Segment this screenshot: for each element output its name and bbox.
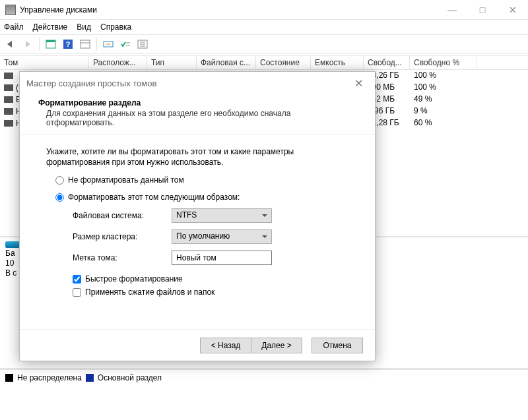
close-button[interactable]: ✕ [498,0,528,20]
col-layout[interactable]: Располож... [89,56,147,69]
col-type[interactable]: Тип [147,56,197,69]
cluster-value: По умолчанию [176,231,230,241]
back-button[interactable]: < Назад [200,338,251,353]
wizard-heading: Форматирование раздела [38,98,356,107]
legend: Не распределена Основной раздел [0,369,528,385]
forward-button[interactable] [20,36,36,52]
menu-action[interactable]: Действие [33,22,68,32]
wizard-prompt: Укажите, хотите ли вы форматировать этот… [46,146,348,167]
cluster-select[interactable]: По умолчанию [172,229,272,244]
col-fs[interactable]: Файловая с... [197,56,256,69]
settings-icon[interactable] [100,36,116,52]
list-icon[interactable] [135,36,150,52]
cell-pct: 60 % [410,117,477,129]
minimize-button[interactable]: — [437,0,467,20]
col-free[interactable]: Свобод... [364,56,410,69]
volume-icon [4,96,13,103]
quick-format-label: Быстрое форматирование [85,274,183,284]
svg-rect-1 [46,40,55,42]
back-button[interactable] [3,36,18,52]
radio-format[interactable] [55,193,64,202]
volume-icon [4,84,13,91]
legend-unallocated: Не распределена [17,373,82,382]
maximize-button[interactable]: □ [467,0,498,20]
cell-pct: 9 % [410,105,477,117]
option-no-format[interactable]: Не форматировать данный том [55,175,348,185]
menu-view[interactable]: Вид [77,22,91,32]
cluster-label: Размер кластера: [73,232,172,241]
volume-icon [4,108,13,115]
quick-format-checkbox[interactable] [73,275,81,284]
col-capacity[interactable]: Емкость [311,56,364,69]
legend-swatch-unallocated [5,374,13,382]
filesystem-value: NTFS [176,210,197,220]
option-format-label: Форматировать этот том следующим образом… [68,193,240,202]
legend-primary: Основной раздел [98,373,162,382]
window-title: Управление дисками [20,5,437,15]
compress-option[interactable]: Применять сжатие файлов и папок [73,287,348,297]
view-icon[interactable] [77,36,93,52]
volume-icon [4,73,13,79]
option-no-format-label: Не форматировать данный том [68,175,184,185]
wizard-subheading: Для сохранения данных на этом разделе ег… [46,109,330,127]
col-free-pct[interactable]: Свободно % [410,56,477,69]
panel-icon[interactable] [43,36,59,52]
cancel-button[interactable]: Отмена [312,338,363,353]
help-icon[interactable]: ? [60,36,76,52]
filesystem-label: Файловая система: [73,211,172,220]
menu-file[interactable]: Файл [4,22,24,32]
quick-format-option[interactable]: Быстрое форматирование [73,274,348,284]
svg-text:?: ? [66,40,71,48]
col-volume[interactable]: Том [0,56,89,69]
col-state[interactable]: Состояние [256,56,311,69]
wizard-title: Мастер создания простых томов [26,78,156,88]
disk-icon [5,241,20,248]
cell-pct: 49 % [410,94,477,105]
legend-swatch-primary [86,374,94,382]
compress-checkbox[interactable] [73,288,81,297]
svg-rect-4 [81,40,90,48]
toolbar: ? [0,34,528,54]
checklist-icon[interactable] [117,36,133,52]
cell-pct: 100 % [410,82,477,94]
app-icon [5,5,16,15]
menu-help[interactable]: Справка [100,22,131,32]
menubar: Файл Действие Вид Справка [0,20,528,34]
cell-pct: 100 % [410,70,477,82]
compress-label: Применять сжатие файлов и папок [85,287,214,297]
volume-label-input[interactable] [172,251,272,265]
wizard-dialog: Мастер создания простых томов ✕ Форматир… [19,71,376,361]
wizard-close-button[interactable]: ✕ [348,77,368,90]
volumes-header: Том Располож... Тип Файловая с... Состоя… [0,55,528,70]
volume-icon [4,120,13,127]
titlebar: Управление дисками — □ ✕ [0,0,528,20]
radio-no-format[interactable] [55,176,64,185]
volume-label-label: Метка тома: [73,253,172,262]
option-format[interactable]: Форматировать этот том следующим образом… [55,193,348,202]
next-button[interactable]: Далее > [251,338,302,353]
filesystem-select[interactable]: NTFS [172,208,272,223]
